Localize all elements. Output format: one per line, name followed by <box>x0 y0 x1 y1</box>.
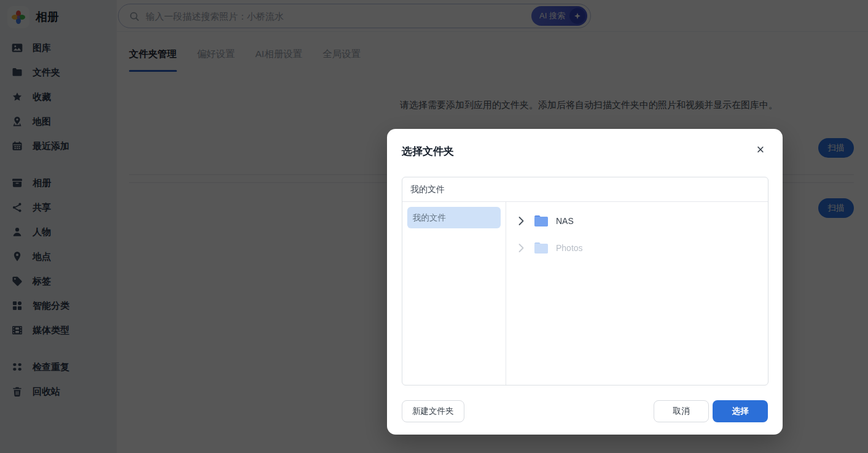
tree-row-nas[interactable]: NAS <box>506 207 768 234</box>
folder-tree: NAS Photos <box>506 202 768 385</box>
chevron-right-icon[interactable] <box>518 216 525 226</box>
select-button[interactable]: 选择 <box>713 400 768 422</box>
tree-row-label: NAS <box>556 216 574 226</box>
folder-icon <box>534 215 549 227</box>
modal-title: 选择文件夹 <box>402 144 454 158</box>
source-header: 我的文件 <box>402 177 768 202</box>
folder-icon-disabled <box>534 242 549 254</box>
new-folder-button[interactable]: 新建文件夹 <box>402 400 464 422</box>
source-nav: 我的文件 <box>402 202 506 385</box>
select-folder-modal: 选择文件夹 × 我的文件 我的文件 NAS <box>387 129 783 435</box>
source-nav-item-my-files[interactable]: 我的文件 <box>407 207 501 228</box>
browser-body: 我的文件 NAS <box>402 202 768 385</box>
chevron-right-icon <box>518 243 525 253</box>
tree-row-label: Photos <box>556 243 583 253</box>
modal-footer: 新建文件夹 取消 选择 <box>402 400 768 422</box>
close-icon[interactable]: × <box>751 140 770 160</box>
cancel-button[interactable]: 取消 <box>654 400 709 422</box>
tree-row-photos: Photos <box>506 234 768 261</box>
file-browser: 我的文件 我的文件 NAS <box>402 177 768 385</box>
